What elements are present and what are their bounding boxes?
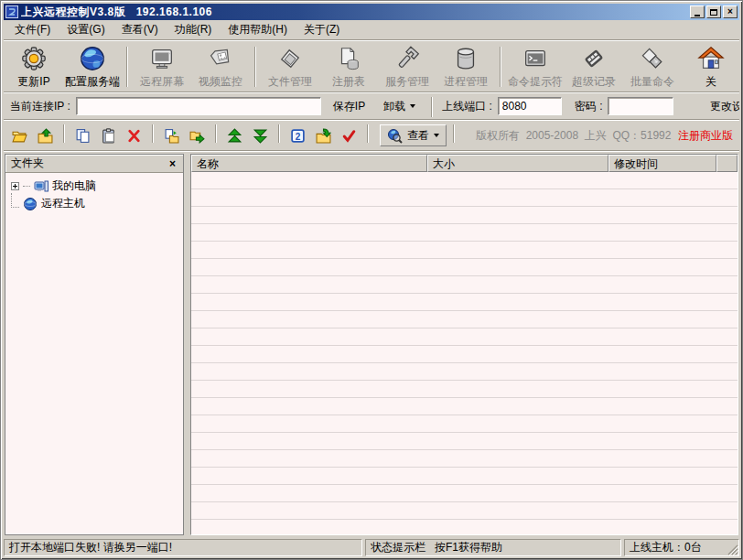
download-arrows-button[interactable] [249, 124, 272, 146]
upload-arrows-button[interactable] [223, 124, 246, 146]
online-hosts-count: 上线主机：0台 [624, 539, 739, 556]
toolbar-separator [126, 47, 128, 87]
maximize-button[interactable] [706, 5, 721, 18]
toolbar-separator [453, 124, 455, 143]
menu-functions[interactable]: 功能(R) [167, 20, 221, 39]
home-button[interactable]: 关 [683, 44, 739, 90]
video-monitor-button[interactable]: 视频监控 [192, 44, 249, 90]
menu-settings[interactable]: 设置(G) [59, 20, 113, 39]
file-list: 名称 大小 修改时间 [190, 154, 738, 535]
monitor-icon [148, 45, 176, 72]
status-message: 打开本地端口失败! 请换另一端口! [4, 539, 362, 556]
toolbar-separator [500, 47, 501, 87]
close-icon: × [727, 7, 733, 16]
password-label: 密码 : [575, 99, 603, 114]
view-button[interactable]: 查看 [380, 124, 447, 146]
toolbar-separator [431, 97, 433, 117]
column-header-name[interactable]: 名称 [191, 155, 427, 172]
home-icon [697, 45, 725, 72]
wrench-icon [393, 45, 421, 72]
change-settings-button[interactable]: 更改设置 [710, 99, 739, 114]
command-prompt-button[interactable]: 命令提示符 [507, 44, 564, 90]
send-file-button[interactable] [160, 124, 183, 146]
keylogger-icon [580, 45, 608, 72]
panel-close-button[interactable]: × [167, 157, 178, 170]
uninstall-button[interactable]: 卸载 [377, 96, 422, 117]
confirm-button[interactable] [338, 124, 361, 146]
menu-bar: 文件(F) 设置(G) 查看(V) 功能(R) 使用帮助(H) 关于(Z) [4, 20, 739, 39]
copy-button[interactable] [71, 124, 94, 146]
current-ip-input[interactable] [76, 97, 321, 115]
refresh-button[interactable]: 2 [286, 124, 309, 146]
paste-button[interactable] [97, 124, 120, 146]
save-ip-button[interactable]: 保存IP [327, 96, 372, 117]
process-icon [452, 45, 479, 72]
video-monitor-icon [207, 45, 234, 72]
menu-about[interactable]: 关于(Z) [296, 20, 348, 39]
batch-command-button[interactable]: 批量命令 [624, 44, 681, 90]
panel-splitter[interactable] [184, 154, 190, 535]
folders-panel: 文件夹 × 我的电脑 远程主机 [5, 154, 184, 535]
delete-button[interactable] [123, 124, 145, 146]
move-folder-icon [189, 128, 205, 144]
folders-panel-header: 文件夹 × [5, 155, 183, 173]
toolbar-separator [63, 124, 65, 143]
service-manager-button[interactable]: 服务管理 [379, 44, 436, 90]
go-folder-icon [316, 128, 331, 144]
upload-folder-button[interactable] [34, 124, 57, 146]
title-bar: 上兴远程控制V3.8版 192.168.1.106 × [4, 4, 739, 20]
copyright-text: 版权所有 2005-2008 上兴 QQ：51992 [476, 128, 671, 144]
file-toolbar: 2 查看 版权所有 2005-2008 上兴 QQ：51992 注册商业版 [4, 121, 739, 150]
port-input[interactable] [498, 97, 562, 115]
configure-server-button[interactable]: 配置服务端 [64, 44, 121, 90]
upload-arrows-icon [227, 128, 242, 144]
status-hint: 状态提示栏 按F1获得帮助 [365, 539, 621, 556]
my-computer-icon [34, 179, 48, 194]
open-folder-button[interactable] [8, 124, 31, 146]
resize-grip-icon[interactable] [727, 544, 738, 555]
view-globe-icon [387, 128, 403, 144]
registry-button[interactable]: 注册表 [320, 44, 377, 90]
client-area: 文件夹 × 我的电脑 远程主机 名称 大 [4, 152, 739, 537]
password-input[interactable] [608, 97, 673, 115]
tree-item-my-computer[interactable]: 我的电脑 [8, 178, 180, 195]
minimize-icon [695, 15, 700, 16]
column-header-size[interactable]: 大小 [427, 155, 608, 172]
column-header-mtime[interactable]: 修改时间 [608, 155, 716, 172]
chevron-down-icon [434, 134, 439, 137]
menu-help[interactable]: 使用帮助(H) [220, 20, 296, 39]
upload-folder-icon [38, 128, 53, 144]
file-manager-button[interactable]: 文件管理 [262, 44, 318, 90]
minimize-button[interactable] [690, 5, 705, 18]
tree-connector [23, 186, 30, 187]
remote-screen-button[interactable]: 远程屏幕 [134, 44, 190, 90]
file-list-body[interactable] [191, 172, 738, 534]
move-folder-button[interactable] [186, 124, 209, 146]
current-ip-label: 当前连接IP : [10, 99, 70, 114]
chevron-down-icon [410, 104, 415, 108]
remote-host-icon [23, 197, 38, 211]
tree-connector [11, 193, 19, 208]
menu-file[interactable]: 文件(F) [6, 20, 59, 39]
update-ip-button[interactable]: 更新IP [5, 44, 62, 90]
toolbar-separator [215, 124, 217, 143]
connection-bar: 当前连接IP : 保存IP 卸载 上线端口 : 密码 : 更改设置 [4, 93, 739, 119]
tree-item-remote-host[interactable]: 远程主机 [8, 195, 180, 212]
folders-panel-title: 文件夹 [11, 156, 167, 171]
go-folder-button[interactable] [312, 124, 335, 146]
maximize-icon [710, 9, 717, 16]
open-folder-icon [12, 128, 27, 144]
menu-view[interactable]: 查看(V) [113, 20, 167, 39]
copy-icon [75, 128, 91, 144]
toolbar-separator [367, 124, 369, 143]
app-window: 上兴远程控制V3.8版 192.168.1.106 × 文件(F) 设置(G) … [0, 0, 743, 560]
close-button[interactable]: × [723, 5, 738, 18]
send-file-icon [164, 128, 179, 144]
expand-plus-icon[interactable] [11, 182, 19, 190]
toolbar-separator [152, 124, 154, 143]
super-record-button[interactable]: 超级记录 [565, 44, 622, 90]
toolbar-separator [254, 47, 256, 87]
process-manager-button[interactable]: 进程管理 [437, 44, 494, 90]
column-header-filler [716, 155, 738, 172]
register-link[interactable]: 注册商业版 [678, 128, 733, 144]
